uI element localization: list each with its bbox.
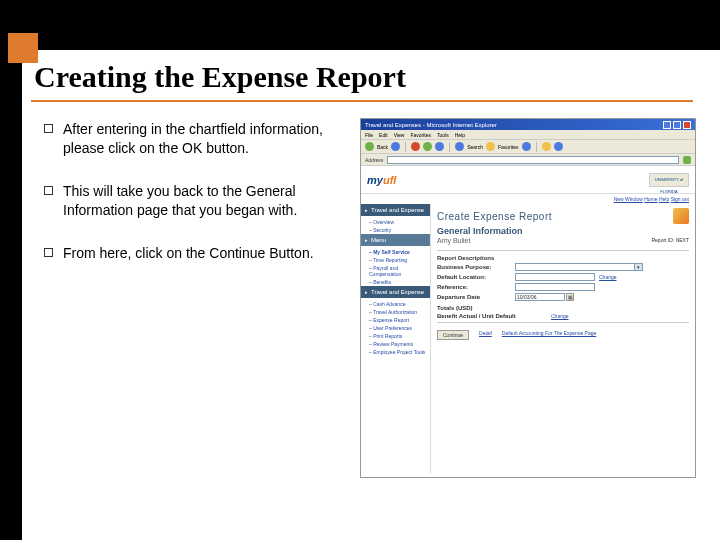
bullet-item: From here, click on the Continue Button. (44, 244, 344, 263)
slide-border-left (0, 0, 22, 540)
default-accounting-link[interactable]: Default Accounting For The Expense Page (502, 330, 596, 336)
history-icon[interactable] (522, 142, 531, 151)
reference-label: Reference: (437, 284, 515, 290)
page-heading-row: Create Expense Report (437, 208, 689, 224)
accent-square (8, 33, 38, 63)
address-label: Address (365, 157, 383, 163)
page-heading: Create Expense Report (437, 211, 552, 222)
sidenav-item[interactable]: Review Payments (361, 340, 430, 348)
app-header: myufl UNIVERSITY of FLORIDA (361, 166, 695, 194)
page-subheading: General Information (437, 226, 689, 236)
myufl-logo: myufl (367, 174, 396, 186)
browser-menubar: File Edit View Favorites Tools Help (361, 130, 695, 140)
help-link[interactable]: Help (659, 196, 669, 202)
change-link-2[interactable]: Change (551, 313, 569, 319)
browser-titlebar: Travel and Expenses - Microsoft Internet… (361, 119, 695, 130)
mail-icon[interactable] (542, 142, 551, 151)
sidenav-item[interactable]: User Preferences (361, 324, 430, 332)
browser-toolbar: Back Search Favorites (361, 140, 695, 154)
address-input[interactable] (387, 156, 679, 164)
forward-icon[interactable] (391, 142, 400, 151)
minimize-icon[interactable] (663, 121, 671, 129)
home-icon[interactable] (435, 142, 444, 151)
sidenav-section-te[interactable]: Travel and Expense (361, 286, 430, 298)
sidenav-section-menu[interactable]: Menu (361, 234, 430, 246)
back-label[interactable]: Back (377, 144, 388, 150)
toolbar-separator (449, 142, 450, 152)
sidenav-section-travel[interactable]: Travel and Expense (361, 204, 430, 216)
refresh-icon[interactable] (423, 142, 432, 151)
newwindow-link[interactable]: New Window (614, 196, 643, 202)
go-icon[interactable] (683, 156, 691, 164)
report-id-value: NEXT (676, 237, 689, 243)
field-row-benefit: Benefit Actual / Unit Default Change (437, 313, 689, 319)
continue-button[interactable]: Continue (437, 330, 469, 340)
bullet-text: After entering in the chartfield informa… (63, 120, 344, 158)
change-link[interactable]: Change (599, 274, 617, 280)
business-purpose-label: Business Purpose: (437, 264, 515, 270)
menu-file[interactable]: File (365, 132, 373, 138)
bullet-marker-icon (44, 186, 53, 195)
favorites-icon[interactable] (486, 142, 495, 151)
default-location-label: Default Location: (437, 274, 515, 280)
main-content: Create Expense Report General Informatio… (431, 204, 695, 474)
menu-tools[interactable]: Tools (437, 132, 449, 138)
sidenav-item[interactable]: Benefits (361, 278, 430, 286)
search-icon[interactable] (455, 142, 464, 151)
calendar-icon[interactable]: ▦ (566, 293, 574, 301)
expense-cube-icon (673, 208, 689, 224)
home-link[interactable]: Home (644, 196, 657, 202)
sidenav-item-security[interactable]: Security (361, 226, 430, 234)
slide-title: Creating the Expense Report (34, 60, 406, 94)
toolbar-separator (405, 142, 406, 152)
sidenav-selfservice[interactable]: My Self Service (361, 248, 430, 256)
menu-help[interactable]: Help (455, 132, 465, 138)
close-icon[interactable] (683, 121, 691, 129)
sidenav-item[interactable]: Expense Report (361, 316, 430, 324)
bullet-text: From here, click on the Continue Button. (63, 244, 314, 263)
bullet-text: This will take you back to the General I… (63, 182, 344, 220)
menu-view[interactable]: View (394, 132, 405, 138)
uf-seal: UNIVERSITY of FLORIDA (649, 173, 689, 187)
print-icon[interactable] (554, 142, 563, 151)
favorites-label[interactable]: Favorites (498, 144, 519, 150)
sidenav-item[interactable]: Employee Project Tools (361, 348, 430, 356)
reference-input[interactable] (515, 283, 595, 291)
detail-link[interactable]: Detail (479, 330, 492, 336)
benefit-label: Benefit Actual / Unit Default (437, 313, 547, 319)
departure-date-label: Departure Date (437, 294, 515, 300)
search-label[interactable]: Search (467, 144, 483, 150)
sidenav-item[interactable]: Travel Authorization (361, 308, 430, 316)
business-purpose-select[interactable] (515, 263, 635, 271)
field-row-departure-date: Departure Date 10/03/06 ▦ (437, 293, 689, 301)
divider (437, 250, 689, 251)
maximize-icon[interactable] (673, 121, 681, 129)
title-underline (31, 100, 693, 102)
sidenav-item[interactable]: Cash Advance (361, 300, 430, 308)
departure-date-input[interactable]: 10/03/06 (515, 293, 565, 301)
menu-favorites[interactable]: Favorites (410, 132, 431, 138)
field-row-default-location: Default Location: Change (437, 273, 689, 281)
bullet-marker-icon (44, 124, 53, 133)
logo-ufl: ufl (383, 174, 396, 186)
sidenav-item[interactable]: Payroll and Compensation (361, 264, 430, 278)
signout-link[interactable]: Sign out (671, 196, 689, 202)
menu-edit[interactable]: Edit (379, 132, 388, 138)
default-location-input[interactable] (515, 273, 595, 281)
back-icon[interactable] (365, 142, 374, 151)
top-links-row: New Window Home Help Sign out (361, 194, 695, 204)
report-id-label: Report ID: (651, 237, 674, 243)
app-body: Travel and Expense Overview Security Men… (361, 204, 695, 474)
continue-row: Continue Detail Default Accounting For T… (437, 326, 689, 340)
toolbar-separator (536, 142, 537, 152)
logo-my: my (367, 174, 383, 186)
sidenav-item[interactable]: Print Reports (361, 332, 430, 340)
employee-name: Amy Bullet (437, 237, 470, 244)
chevron-down-icon[interactable]: ▾ (635, 263, 643, 271)
sidenav-item[interactable]: Time Reporting (361, 256, 430, 264)
sidenav-item-overview[interactable]: Overview (361, 218, 430, 226)
stop-icon[interactable] (411, 142, 420, 151)
report-id: Report ID: NEXT (651, 237, 689, 247)
field-row-business-purpose: Business Purpose: ▾ (437, 263, 689, 271)
totals-label: Totals (USD) (437, 305, 689, 311)
